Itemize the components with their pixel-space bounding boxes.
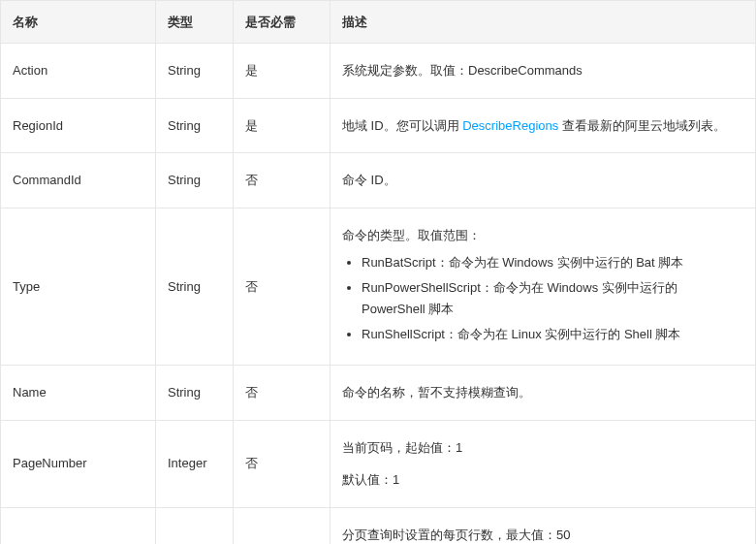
desc-text: 命令的类型。取值范围：: [342, 228, 481, 242]
cell-name: CommandId: [1, 153, 156, 208]
cell-desc: 分页查询时设置的每页行数，最大值：50默认值：10: [331, 507, 756, 544]
desc-list: RunBatScript：命令为在 Windows 实例中运行的 Bat 脚本R…: [342, 252, 743, 345]
table-row: ActionString是系统规定参数。取值：DescribeCommands: [1, 44, 756, 98]
cell-desc: 命令的名称，暂不支持模糊查询。: [331, 366, 756, 420]
cell-desc: 地域 ID。您可以调用 DescribeRegions 查看最新的阿里云地域列表…: [331, 98, 756, 152]
cell-desc: 命令的类型。取值范围：RunBatScript：命令为在 Windows 实例中…: [331, 208, 756, 366]
header-required: 是否必需: [234, 1, 331, 44]
cell-type: String: [156, 98, 234, 152]
cell-required: 否: [234, 420, 331, 507]
cell-desc: 系统规定参数。取值：DescribeCommands: [331, 44, 756, 98]
cell-required: 否: [234, 153, 331, 208]
cell-name: Name: [1, 366, 156, 420]
cell-type: Integer: [156, 420, 234, 507]
parameters-table: 名称 类型 是否必需 描述 ActionString是系统规定参数。取值：Des…: [0, 0, 756, 544]
table-row: RegionIdString是地域 ID。您可以调用 DescribeRegio…: [1, 98, 756, 152]
cell-required: 否: [234, 366, 331, 420]
cell-type: String: [156, 208, 234, 366]
cell-name: Type: [1, 208, 156, 366]
table-header-row: 名称 类型 是否必需 描述: [1, 1, 756, 44]
cell-type: String: [156, 366, 234, 420]
desc-line: 分页查询时设置的每页行数，最大值：50: [342, 524, 743, 545]
cell-name: RegionId: [1, 98, 156, 152]
desc-list-item: RunBatScript：命令为在 Windows 实例中运行的 Bat 脚本: [362, 252, 743, 273]
table-row: PageNumberInteger否当前页码，起始值：1默认值：1: [1, 420, 756, 507]
desc-text: 命令的名称，暂不支持模糊查询。: [342, 385, 531, 400]
header-name: 名称: [1, 1, 156, 44]
desc-text: 命令 ID。: [342, 173, 396, 187]
table-row: NameString否命令的名称，暂不支持模糊查询。: [1, 366, 756, 420]
header-type: 类型: [156, 1, 234, 44]
desc-line: 默认值：1: [342, 468, 743, 491]
table-row: CommandIdString否命令 ID。: [1, 153, 756, 208]
cell-name: Action: [1, 44, 156, 98]
desc-list-item: RunPowerShellScript：命令为在 Windows 实例中运行的 …: [362, 277, 743, 320]
cell-required: 是: [234, 98, 331, 152]
header-desc: 描述: [331, 1, 756, 44]
desc-text-suffix: 查看最新的阿里云地域列表。: [558, 118, 726, 133]
cell-required: 否: [234, 507, 331, 544]
cell-desc: 当前页码，起始值：1默认值：1: [331, 420, 756, 507]
desc-text: 地域 ID。您可以调用: [342, 118, 462, 133]
cell-type: Integer: [156, 507, 234, 544]
cell-name: PageNumber: [1, 420, 156, 507]
table-row: PageSizeInteger否分页查询时设置的每页行数，最大值：50默认值：1…: [1, 507, 756, 544]
table-row: TypeString否命令的类型。取值范围：RunBatScript：命令为在 …: [1, 208, 756, 366]
cell-required: 否: [234, 208, 331, 366]
desc-list-item: RunShellScript：命令为在 Linux 实例中运行的 Shell 脚…: [362, 324, 743, 345]
cell-name: PageSize: [1, 507, 156, 544]
cell-type: String: [156, 44, 234, 98]
cell-desc: 命令 ID。: [331, 153, 756, 208]
cell-type: String: [156, 153, 234, 208]
desc-link[interactable]: DescribeRegions: [462, 118, 558, 133]
desc-text: 系统规定参数。取值：DescribeCommands: [342, 63, 583, 78]
cell-required: 是: [234, 44, 331, 98]
desc-line: 当前页码，起始值：1: [342, 436, 743, 459]
